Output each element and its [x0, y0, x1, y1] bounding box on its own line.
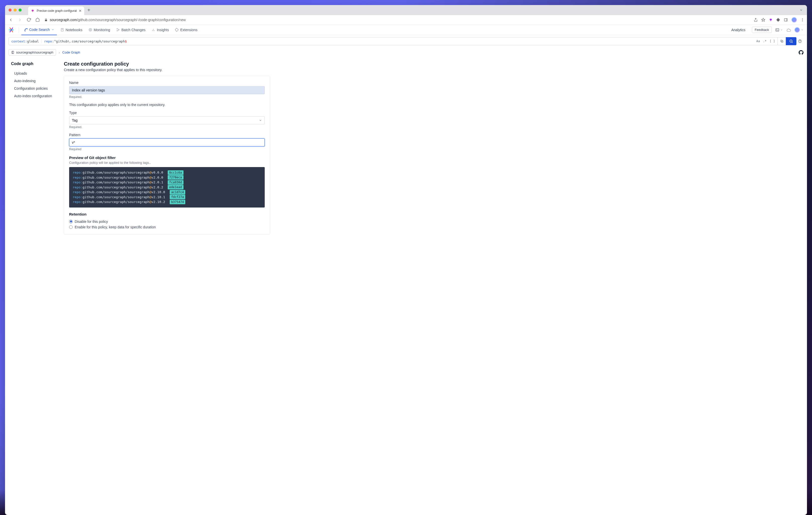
- nav-insights[interactable]: Insights: [149, 25, 171, 35]
- svg-point-7: [802, 21, 803, 21]
- svg-point-5: [802, 18, 803, 19]
- type-select[interactable]: Tag: [69, 116, 265, 124]
- back-button[interactable]: [7, 17, 14, 23]
- preview-repo-path: github.com/sourcegraph/sourcegraph: [83, 200, 149, 205]
- preview-hash-chip[interactable]: ac1d7c4: [170, 190, 185, 194]
- preview-hash-chip[interactable]: fca930d: [168, 180, 183, 185]
- tab-overflow-icon[interactable]: [798, 8, 805, 12]
- tab-title: Precise code graph configurat: [37, 9, 77, 12]
- insights-icon: [152, 28, 155, 32]
- preview-at: @: [149, 180, 151, 185]
- window-minimize[interactable]: [13, 8, 17, 11]
- preview-hash-chip[interactable]: 8cc1c6a: [168, 170, 183, 175]
- name-label: Name: [69, 81, 265, 85]
- repo-name: sourcegraph/sourcegraph: [16, 51, 53, 54]
- tab-close-icon[interactable]: ✕: [79, 9, 82, 13]
- svg-rect-0: [45, 20, 47, 21]
- new-tab-button[interactable]: +: [84, 7, 93, 13]
- preview-code-block: repo:github.com/sourcegraph/sourcegraph@…: [69, 167, 265, 208]
- scope-text: This configuration policy applies only t…: [69, 103, 265, 107]
- nav-label: Notebooks: [66, 28, 83, 32]
- search-context-value: global: [27, 39, 39, 43]
- sidebar-item-config-policies[interactable]: Configuration policies: [11, 85, 59, 92]
- browser-tab[interactable]: Precise code graph configurat ✕: [28, 6, 84, 15]
- preview-version: v2.0.2: [151, 185, 163, 190]
- window-close[interactable]: [8, 8, 11, 11]
- search-query-input[interactable]: context:global repo:^github\.com/sourceg…: [8, 37, 778, 45]
- profile-avatar[interactable]: [791, 17, 797, 23]
- repo-icon: [11, 51, 14, 54]
- bookmark-star-icon[interactable]: [761, 18, 765, 22]
- home-button[interactable]: [34, 17, 41, 23]
- main-panel: Create configuration policy Create a new…: [64, 61, 270, 515]
- repo-chip[interactable]: sourcegraph/sourcegraph: [8, 49, 56, 56]
- sourcegraph-extension-icon[interactable]: [769, 18, 773, 22]
- preview-hash-chip[interactable]: fdcf27a: [170, 195, 185, 199]
- user-menu[interactable]: [794, 27, 804, 33]
- sidebar-item-uploads[interactable]: Uploads: [11, 69, 59, 77]
- batch-icon: [116, 28, 120, 32]
- chrome-tab-strip: Precise code graph configurat ✕ +: [5, 5, 807, 15]
- nav-label: Batch Changes: [121, 28, 146, 32]
- svg-point-15: [117, 29, 118, 29]
- name-input[interactable]: [69, 86, 265, 94]
- preview-version: v0.0.0: [151, 170, 163, 175]
- sidebar-item-auto-index-config[interactable]: Auto-index configuration: [11, 92, 59, 100]
- preview-row: repo:github.com/sourcegraph/sourcegraph@…: [72, 200, 261, 205]
- analytics-link[interactable]: Analytics: [728, 28, 748, 32]
- preview-at: @: [149, 185, 151, 190]
- sidebar-item-auto-indexing[interactable]: Auto-indexing: [11, 77, 59, 85]
- nav-monitoring[interactable]: Monitoring: [86, 25, 113, 35]
- type-label: Type: [69, 111, 265, 115]
- preview-repo-path: github.com/sourcegraph/sourcegraph: [83, 195, 149, 200]
- chrome-menu-icon[interactable]: [801, 18, 805, 22]
- preview-repo-kw: repo:: [72, 200, 83, 205]
- page-subtitle: Create a new configuration policy that a…: [64, 68, 270, 72]
- nav-code-search[interactable]: Code Search: [21, 25, 57, 35]
- window-maximize[interactable]: [19, 8, 22, 11]
- structural-toggle[interactable]: [ ]: [770, 39, 775, 43]
- search-repo-value: ^github\.com/sourcegraph/sourcegraph: [54, 39, 125, 43]
- sourcegraph-logo-icon[interactable]: [8, 27, 14, 33]
- preview-row: repo:github.com/sourcegraph/sourcegraph@…: [72, 185, 261, 190]
- github-icon[interactable]: [799, 50, 804, 55]
- retention-option[interactable]: Disable for this policy: [69, 219, 265, 224]
- user-avatar-icon: [794, 27, 800, 33]
- case-sensitive-toggle[interactable]: Aa: [756, 39, 760, 43]
- share-icon[interactable]: [754, 18, 758, 22]
- copy-query-button[interactable]: [778, 37, 786, 45]
- preview-hash-chip[interactable]: ede1ead: [168, 185, 183, 189]
- cloud-warning-icon[interactable]: [786, 28, 791, 32]
- search-context-keyword: context:: [11, 39, 27, 43]
- search-submit-button[interactable]: [786, 37, 796, 45]
- terminal-dropdown[interactable]: [775, 28, 783, 32]
- search-help-button[interactable]: [796, 37, 804, 45]
- preview-version: v2.10.1: [151, 195, 165, 200]
- pattern-input[interactable]: [69, 139, 265, 147]
- address-bar[interactable]: sourcegraph.com/github.com/sourcegraph/s…: [43, 18, 751, 22]
- reload-button[interactable]: [26, 17, 32, 23]
- nav-batch-changes[interactable]: Batch Changes: [114, 25, 148, 35]
- preview-row: repo:github.com/sourcegraph/sourcegraph@…: [72, 170, 261, 175]
- feedback-button[interactable]: Feedback: [752, 27, 772, 33]
- sidepanel-icon[interactable]: [784, 18, 788, 22]
- nav-label: Extensions: [180, 28, 197, 32]
- preview-hash-chip[interactable]: b375474: [170, 200, 185, 204]
- preview-version: v2.0.1: [151, 180, 163, 185]
- preview-heading: Preview of Git object filter: [69, 155, 265, 160]
- nav-divider: [19, 27, 19, 33]
- retention-option[interactable]: Enable for this policy, keep data for sp…: [69, 224, 265, 230]
- regex-toggle[interactable]: .*: [763, 39, 766, 43]
- svg-point-13: [89, 28, 92, 31]
- preview-hash-chip[interactable]: 7278eca: [168, 175, 183, 180]
- nav-extensions[interactable]: Extensions: [172, 25, 200, 35]
- extensions-icon[interactable]: [776, 18, 780, 22]
- chrome-toolbar: sourcegraph.com/github.com/sourcegraph/s…: [5, 15, 807, 25]
- preview-at: @: [149, 200, 151, 205]
- breadcrumb-current[interactable]: Code Graph: [62, 51, 80, 54]
- search-repo-keyword: repo:: [44, 39, 54, 43]
- preview-version: v2.10.0: [151, 190, 165, 195]
- svg-point-6: [802, 19, 803, 20]
- nav-notebooks[interactable]: Notebooks: [58, 25, 85, 35]
- search-cursor: $: [125, 39, 127, 43]
